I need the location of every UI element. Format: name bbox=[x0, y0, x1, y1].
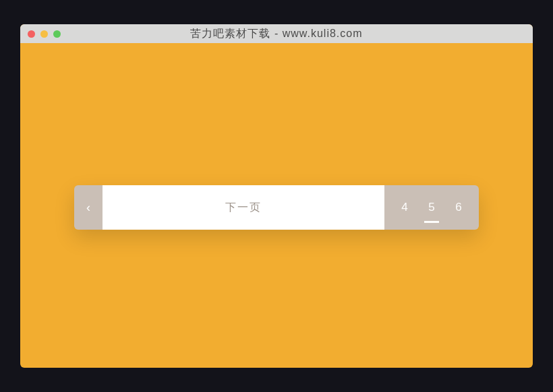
window-title: 苦力吧素材下载 - www.kuli8.com bbox=[20, 27, 533, 41]
page-number-6[interactable]: 6 bbox=[445, 185, 472, 230]
window-content: ‹ 下一页 4 5 6 bbox=[20, 43, 533, 368]
chevron-left-icon: ‹ bbox=[86, 201, 90, 215]
page-label: 5 bbox=[428, 201, 434, 214]
maximize-icon[interactable] bbox=[53, 30, 61, 38]
traffic-lights bbox=[20, 30, 61, 38]
page-numbers: 4 5 6 bbox=[384, 185, 479, 230]
window-titlebar: 苦力吧素材下载 - www.kuli8.com bbox=[20, 24, 533, 43]
close-icon[interactable] bbox=[28, 30, 35, 38]
page-label: 6 bbox=[455, 201, 461, 214]
pagination: ‹ 下一页 4 5 6 bbox=[74, 185, 479, 230]
prev-button[interactable]: ‹ bbox=[74, 185, 103, 230]
minimize-icon[interactable] bbox=[40, 30, 48, 38]
browser-window: 苦力吧素材下载 - www.kuli8.com ‹ 下一页 4 5 6 bbox=[20, 24, 533, 368]
page-label: 4 bbox=[401, 201, 407, 214]
page-number-4[interactable]: 4 bbox=[391, 185, 418, 230]
next-button[interactable]: 下一页 bbox=[103, 185, 384, 230]
next-label: 下一页 bbox=[225, 201, 262, 215]
page-number-5[interactable]: 5 bbox=[418, 185, 445, 230]
